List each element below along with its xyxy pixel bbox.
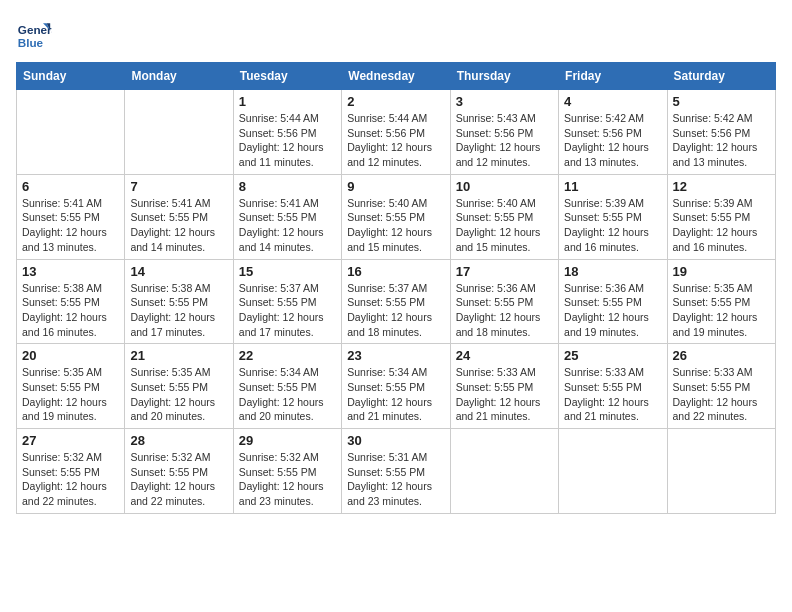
day-info: Sunrise: 5:36 AM Sunset: 5:55 PM Dayligh… (456, 281, 553, 340)
calendar-cell: 15Sunrise: 5:37 AM Sunset: 5:55 PM Dayli… (233, 259, 341, 344)
calendar-cell: 22Sunrise: 5:34 AM Sunset: 5:55 PM Dayli… (233, 344, 341, 429)
day-info: Sunrise: 5:35 AM Sunset: 5:55 PM Dayligh… (130, 365, 227, 424)
day-number: 30 (347, 433, 444, 448)
day-number: 13 (22, 264, 119, 279)
day-number: 23 (347, 348, 444, 363)
day-number: 10 (456, 179, 553, 194)
day-number: 20 (22, 348, 119, 363)
day-info: Sunrise: 5:39 AM Sunset: 5:55 PM Dayligh… (673, 196, 770, 255)
calendar-cell: 27Sunrise: 5:32 AM Sunset: 5:55 PM Dayli… (17, 429, 125, 514)
calendar-cell: 6Sunrise: 5:41 AM Sunset: 5:55 PM Daylig… (17, 174, 125, 259)
calendar-cell: 20Sunrise: 5:35 AM Sunset: 5:55 PM Dayli… (17, 344, 125, 429)
col-header-tuesday: Tuesday (233, 63, 341, 90)
calendar-cell: 28Sunrise: 5:32 AM Sunset: 5:55 PM Dayli… (125, 429, 233, 514)
day-info: Sunrise: 5:37 AM Sunset: 5:55 PM Dayligh… (347, 281, 444, 340)
col-header-saturday: Saturday (667, 63, 775, 90)
svg-text:Blue: Blue (18, 36, 44, 49)
col-header-monday: Monday (125, 63, 233, 90)
day-number: 8 (239, 179, 336, 194)
day-number: 12 (673, 179, 770, 194)
calendar-cell: 1Sunrise: 5:44 AM Sunset: 5:56 PM Daylig… (233, 90, 341, 175)
calendar-cell: 3Sunrise: 5:43 AM Sunset: 5:56 PM Daylig… (450, 90, 558, 175)
calendar-cell: 4Sunrise: 5:42 AM Sunset: 5:56 PM Daylig… (559, 90, 667, 175)
day-info: Sunrise: 5:40 AM Sunset: 5:55 PM Dayligh… (347, 196, 444, 255)
day-info: Sunrise: 5:39 AM Sunset: 5:55 PM Dayligh… (564, 196, 661, 255)
day-info: Sunrise: 5:34 AM Sunset: 5:55 PM Dayligh… (347, 365, 444, 424)
day-number: 9 (347, 179, 444, 194)
day-info: Sunrise: 5:36 AM Sunset: 5:55 PM Dayligh… (564, 281, 661, 340)
calendar-cell: 16Sunrise: 5:37 AM Sunset: 5:55 PM Dayli… (342, 259, 450, 344)
calendar-cell: 19Sunrise: 5:35 AM Sunset: 5:55 PM Dayli… (667, 259, 775, 344)
day-info: Sunrise: 5:35 AM Sunset: 5:55 PM Dayligh… (673, 281, 770, 340)
day-info: Sunrise: 5:34 AM Sunset: 5:55 PM Dayligh… (239, 365, 336, 424)
day-info: Sunrise: 5:37 AM Sunset: 5:55 PM Dayligh… (239, 281, 336, 340)
calendar-cell: 11Sunrise: 5:39 AM Sunset: 5:55 PM Dayli… (559, 174, 667, 259)
calendar-cell: 26Sunrise: 5:33 AM Sunset: 5:55 PM Dayli… (667, 344, 775, 429)
calendar-cell: 23Sunrise: 5:34 AM Sunset: 5:55 PM Dayli… (342, 344, 450, 429)
day-info: Sunrise: 5:33 AM Sunset: 5:55 PM Dayligh… (673, 365, 770, 424)
col-header-sunday: Sunday (17, 63, 125, 90)
day-info: Sunrise: 5:42 AM Sunset: 5:56 PM Dayligh… (673, 111, 770, 170)
day-number: 18 (564, 264, 661, 279)
day-number: 3 (456, 94, 553, 109)
day-number: 7 (130, 179, 227, 194)
day-number: 1 (239, 94, 336, 109)
calendar-header-row: SundayMondayTuesdayWednesdayThursdayFrid… (17, 63, 776, 90)
calendar-cell: 7Sunrise: 5:41 AM Sunset: 5:55 PM Daylig… (125, 174, 233, 259)
calendar-cell (17, 90, 125, 175)
calendar-cell: 14Sunrise: 5:38 AM Sunset: 5:55 PM Dayli… (125, 259, 233, 344)
day-info: Sunrise: 5:41 AM Sunset: 5:55 PM Dayligh… (239, 196, 336, 255)
calendar-cell: 5Sunrise: 5:42 AM Sunset: 5:56 PM Daylig… (667, 90, 775, 175)
col-header-wednesday: Wednesday (342, 63, 450, 90)
day-number: 11 (564, 179, 661, 194)
page-header: General Blue (16, 16, 776, 52)
calendar-cell: 12Sunrise: 5:39 AM Sunset: 5:55 PM Dayli… (667, 174, 775, 259)
day-info: Sunrise: 5:31 AM Sunset: 5:55 PM Dayligh… (347, 450, 444, 509)
day-number: 29 (239, 433, 336, 448)
day-number: 4 (564, 94, 661, 109)
day-info: Sunrise: 5:41 AM Sunset: 5:55 PM Dayligh… (130, 196, 227, 255)
day-info: Sunrise: 5:40 AM Sunset: 5:55 PM Dayligh… (456, 196, 553, 255)
day-number: 15 (239, 264, 336, 279)
day-number: 14 (130, 264, 227, 279)
day-info: Sunrise: 5:32 AM Sunset: 5:55 PM Dayligh… (130, 450, 227, 509)
calendar-cell: 24Sunrise: 5:33 AM Sunset: 5:55 PM Dayli… (450, 344, 558, 429)
week-row-2: 6Sunrise: 5:41 AM Sunset: 5:55 PM Daylig… (17, 174, 776, 259)
day-number: 26 (673, 348, 770, 363)
calendar-cell: 17Sunrise: 5:36 AM Sunset: 5:55 PM Dayli… (450, 259, 558, 344)
calendar-cell: 25Sunrise: 5:33 AM Sunset: 5:55 PM Dayli… (559, 344, 667, 429)
day-number: 17 (456, 264, 553, 279)
calendar-cell (125, 90, 233, 175)
day-info: Sunrise: 5:32 AM Sunset: 5:55 PM Dayligh… (239, 450, 336, 509)
calendar-cell: 18Sunrise: 5:36 AM Sunset: 5:55 PM Dayli… (559, 259, 667, 344)
logo: General Blue (16, 16, 56, 52)
day-info: Sunrise: 5:35 AM Sunset: 5:55 PM Dayligh… (22, 365, 119, 424)
col-header-thursday: Thursday (450, 63, 558, 90)
day-info: Sunrise: 5:33 AM Sunset: 5:55 PM Dayligh… (456, 365, 553, 424)
calendar-table: SundayMondayTuesdayWednesdayThursdayFrid… (16, 62, 776, 514)
week-row-3: 13Sunrise: 5:38 AM Sunset: 5:55 PM Dayli… (17, 259, 776, 344)
day-number: 24 (456, 348, 553, 363)
day-number: 25 (564, 348, 661, 363)
calendar-cell (559, 429, 667, 514)
day-number: 6 (22, 179, 119, 194)
calendar-cell: 29Sunrise: 5:32 AM Sunset: 5:55 PM Dayli… (233, 429, 341, 514)
day-number: 2 (347, 94, 444, 109)
calendar-cell (667, 429, 775, 514)
day-info: Sunrise: 5:44 AM Sunset: 5:56 PM Dayligh… (239, 111, 336, 170)
calendar-cell: 21Sunrise: 5:35 AM Sunset: 5:55 PM Dayli… (125, 344, 233, 429)
day-number: 16 (347, 264, 444, 279)
calendar-cell: 13Sunrise: 5:38 AM Sunset: 5:55 PM Dayli… (17, 259, 125, 344)
day-info: Sunrise: 5:44 AM Sunset: 5:56 PM Dayligh… (347, 111, 444, 170)
day-number: 27 (22, 433, 119, 448)
day-number: 21 (130, 348, 227, 363)
day-info: Sunrise: 5:38 AM Sunset: 5:55 PM Dayligh… (22, 281, 119, 340)
day-info: Sunrise: 5:43 AM Sunset: 5:56 PM Dayligh… (456, 111, 553, 170)
col-header-friday: Friday (559, 63, 667, 90)
day-info: Sunrise: 5:41 AM Sunset: 5:55 PM Dayligh… (22, 196, 119, 255)
day-number: 19 (673, 264, 770, 279)
day-number: 22 (239, 348, 336, 363)
calendar-cell (450, 429, 558, 514)
day-info: Sunrise: 5:32 AM Sunset: 5:55 PM Dayligh… (22, 450, 119, 509)
calendar-cell: 2Sunrise: 5:44 AM Sunset: 5:56 PM Daylig… (342, 90, 450, 175)
